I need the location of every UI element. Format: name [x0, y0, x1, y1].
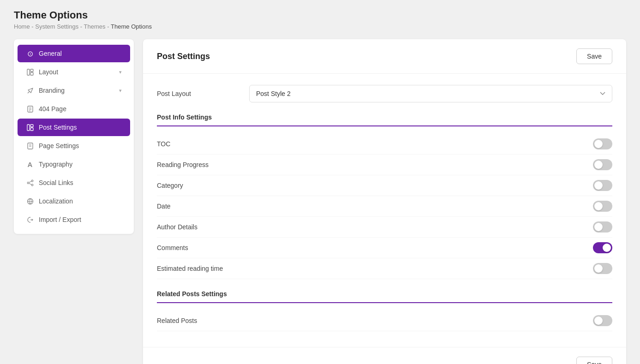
svg-point-15: [27, 182, 29, 184]
typography-icon: A: [26, 160, 34, 168]
svg-rect-7: [27, 125, 30, 131]
toggle-row-category: Category: [157, 175, 612, 196]
content-body: Post Layout Post Style 1 Post Style 2 Po…: [143, 74, 626, 342]
post-settings-icon: [26, 123, 34, 131]
toggle-track-date[interactable]: [593, 201, 612, 212]
sidebar-label-general: General: [39, 50, 122, 57]
page-title: Theme Options: [14, 9, 626, 21]
breadcrumb-themes[interactable]: Themes: [84, 23, 106, 30]
toggle-row-estimated-reading-time: Estimated reading time: [157, 258, 612, 279]
branding-icon: [26, 86, 34, 95]
post-layout-select-wrap: Post Style 1 Post Style 2 Post Style 3: [249, 85, 612, 102]
svg-rect-8: [30, 125, 33, 127]
post-layout-label: Post Layout: [157, 90, 249, 97]
toggle-label-related-posts: Related Posts: [157, 317, 593, 324]
toggle-row-related-posts: Related Posts: [157, 310, 612, 331]
sidebar-label-localization: Localization: [39, 197, 122, 205]
content-header: Post Settings Save: [143, 39, 626, 74]
page-settings-icon: [26, 142, 34, 150]
breadcrumb-current: Theme Options: [111, 23, 152, 30]
toggle-track-comments[interactable]: [593, 242, 612, 253]
toggle-author-details[interactable]: [593, 221, 612, 233]
toggle-track-toc[interactable]: [593, 138, 612, 149]
content-footer: Save: [143, 347, 626, 364]
toggle-knob-related-posts: [594, 316, 603, 325]
svg-rect-2: [30, 72, 33, 75]
toggle-knob-toc: [594, 140, 603, 148]
chevron-down-icon: ▾: [119, 69, 122, 75]
toggle-label-toc: TOC: [157, 140, 593, 148]
post-layout-select[interactable]: Post Style 1 Post Style 2 Post Style 3: [249, 85, 612, 102]
toggle-knob-estimated-reading-time: [594, 264, 603, 273]
toggle-toc[interactable]: [593, 138, 612, 149]
sidebar-label-layout: Layout: [39, 68, 114, 76]
breadcrumb-system-settings[interactable]: System Settings: [35, 23, 78, 30]
toggle-date[interactable]: [593, 201, 612, 212]
sidebar-label-404-page: 404 Page: [39, 105, 122, 113]
sidebar-item-post-settings[interactable]: Post Settings: [18, 119, 130, 136]
svg-point-14: [31, 184, 33, 186]
toggle-label-estimated-reading-time: Estimated reading time: [157, 265, 593, 272]
toggle-knob-author-details: [594, 223, 603, 231]
social-links-icon: [26, 179, 34, 187]
related-posts-section-header: Related Posts Settings: [157, 290, 612, 303]
toggle-label-comments: Comments: [157, 244, 593, 251]
toggle-row-date: Date: [157, 196, 612, 217]
toggle-row-reading-progress: Reading Progress: [157, 155, 612, 175]
svg-line-17: [29, 183, 31, 185]
breadcrumb-home[interactable]: Home: [14, 23, 30, 30]
sidebar-item-404-page[interactable]: 404 Page: [18, 100, 130, 118]
toggle-estimated-reading-time[interactable]: [593, 263, 612, 274]
sidebar-item-page-settings[interactable]: Page Settings: [18, 137, 130, 155]
sidebar-label-branding: Branding: [39, 87, 114, 94]
toggle-label-category: Category: [157, 182, 593, 189]
toggle-track-related-posts[interactable]: [593, 315, 612, 326]
page-404-icon: [26, 105, 34, 113]
sidebar: ⊙ General Layout ▾: [14, 39, 134, 234]
content-panel: Post Settings Save Post Layout Post Styl…: [143, 39, 626, 364]
sidebar-label-typography: Typography: [39, 161, 122, 168]
toggle-label-reading-progress: Reading Progress: [157, 161, 593, 168]
svg-rect-9: [30, 128, 33, 131]
svg-line-16: [29, 181, 31, 182]
sidebar-item-layout[interactable]: Layout ▾: [18, 63, 130, 81]
toggle-label-author-details: Author Details: [157, 223, 593, 231]
svg-point-13: [31, 180, 33, 182]
layout-icon: [26, 68, 34, 76]
svg-rect-0: [27, 69, 30, 75]
toggle-category[interactable]: [593, 180, 612, 191]
content-title: Post Settings: [157, 52, 210, 61]
svg-rect-1: [30, 69, 33, 72]
toggle-row-toc: TOC: [157, 134, 612, 155]
check-circle-icon: ⊙: [26, 49, 34, 58]
chevron-down-icon-branding: ▾: [119, 88, 122, 94]
post-layout-row: Post Layout Post Style 1 Post Style 2 Po…: [157, 85, 612, 102]
sidebar-item-import-export[interactable]: Import / Export: [18, 211, 130, 228]
sidebar-item-social-links[interactable]: Social Links: [18, 174, 130, 191]
toggle-knob-reading-progress: [594, 161, 603, 169]
toggle-track-category[interactable]: [593, 180, 612, 191]
toggle-track-estimated-reading-time[interactable]: [593, 263, 612, 274]
toggle-knob-category: [594, 181, 603, 190]
sidebar-label-import-export: Import / Export: [39, 216, 122, 223]
localization-icon: [26, 197, 34, 205]
sidebar-item-typography[interactable]: A Typography: [18, 155, 130, 173]
toggle-track-author-details[interactable]: [593, 221, 612, 233]
toggle-row-author-details: Author Details: [157, 217, 612, 238]
toggle-row-comments: Comments: [157, 238, 612, 258]
sidebar-item-branding[interactable]: Branding ▾: [18, 82, 130, 99]
save-button-bottom[interactable]: Save: [576, 357, 612, 364]
toggle-knob-date: [594, 202, 603, 210]
toggle-comments[interactable]: [593, 242, 612, 253]
toggle-knob-comments: [603, 244, 611, 252]
toggle-reading-progress[interactable]: [593, 159, 612, 170]
sidebar-label-post-settings: Post Settings: [39, 124, 122, 131]
sidebar-item-general[interactable]: ⊙ General: [18, 45, 130, 62]
toggle-related-posts[interactable]: [593, 315, 612, 326]
sidebar-item-localization[interactable]: Localization: [18, 192, 130, 210]
sidebar-label-social-links: Social Links: [39, 179, 122, 186]
import-export-icon: [26, 215, 34, 224]
toggle-label-date: Date: [157, 203, 593, 210]
toggle-track-reading-progress[interactable]: [593, 159, 612, 170]
save-button-top[interactable]: Save: [576, 48, 612, 64]
